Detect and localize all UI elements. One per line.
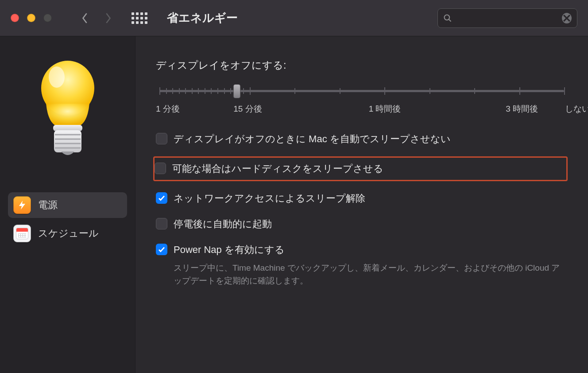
options-list: ディスプレイがオフのときに Mac を自動でスリープさせない可能な場合はハードデ… — [156, 131, 568, 289]
forward-button[interactable] — [101, 11, 116, 26]
minimize-window-button[interactable] — [27, 14, 35, 22]
close-window-button[interactable] — [11, 14, 19, 22]
calendar-icon — [13, 225, 31, 242]
show-all-button[interactable] — [132, 12, 147, 24]
display-off-title: ディスプレイをオフにする: — [156, 58, 568, 72]
svg-point-0 — [445, 15, 450, 20]
slider-thumb[interactable] — [233, 84, 241, 98]
svg-rect-6 — [53, 125, 82, 131]
traffic-lights — [11, 14, 52, 22]
clear-search-button[interactable] — [562, 13, 572, 23]
option-row: ネットワークアクセスによるスリープ解除 — [156, 190, 568, 207]
option-row: Power Nap を有効にするスリープ中に、Time Machine でバック… — [156, 241, 568, 289]
option-label: 停電後に自動的に起動 — [174, 218, 272, 231]
zoom-window-button[interactable] — [43, 14, 52, 22]
option-label: ディスプレイがオフのときに Mac を自動でスリープさせない — [174, 132, 451, 146]
checkbox[interactable] — [156, 218, 167, 229]
checkbox[interactable] — [156, 192, 167, 204]
checkbox[interactable] — [155, 163, 166, 174]
slider-tick-label: 15 分後 — [233, 103, 262, 115]
option-label: Power Nap を有効にする — [174, 243, 568, 256]
preferences-window: 省エネルギー — [0, 0, 588, 373]
option-description: スリープ中に、Time Machine でバックアップし、新着メール、カレンダー… — [174, 262, 568, 287]
slider-tick-label: しない — [565, 103, 588, 115]
search-icon — [443, 13, 452, 23]
checkbox[interactable] — [156, 244, 167, 255]
option-label: ネットワークアクセスによるスリープ解除 — [174, 192, 365, 205]
bolt-icon — [13, 196, 31, 214]
sidebar-item-label: 電源 — [38, 198, 58, 212]
body: 電源 スケジュール ディスプレイをオフにする: 1 分後15 分後1 時間後3 … — [0, 36, 588, 373]
svg-point-5 — [49, 66, 65, 88]
option-row: ディスプレイがオフのときに Mac を自動でスリープさせない — [156, 131, 568, 148]
slider-tick-label: 1 分後 — [156, 103, 180, 115]
search-field[interactable] — [437, 8, 577, 28]
sidebar-item-schedule[interactable]: スケジュール — [8, 221, 127, 246]
svg-rect-7 — [54, 130, 81, 152]
search-input[interactable] — [456, 13, 558, 23]
pane-title: 省エネルギー — [167, 10, 238, 26]
svg-line-1 — [449, 19, 451, 21]
option-row: 可能な場合はハードディスクをスリープさせる — [153, 156, 568, 181]
sidebar: 電源 スケジュール — [0, 36, 135, 373]
main-content: ディスプレイをオフにする: 1 分後15 分後1 時間後3 時間後しない ディス… — [135, 36, 588, 373]
back-button[interactable] — [77, 11, 93, 26]
checkbox[interactable] — [156, 133, 167, 144]
energy-saver-icon — [0, 36, 135, 179]
sidebar-item-label: スケジュール — [38, 227, 99, 240]
sidebar-list: 電源 スケジュール — [0, 179, 135, 260]
grid-icon — [132, 12, 147, 24]
sidebar-item-power[interactable]: 電源 — [8, 192, 127, 218]
close-icon — [562, 13, 572, 23]
slider-tick-label: 3 時間後 — [506, 103, 538, 115]
option-row: 停電後に自動的に起動 — [156, 216, 568, 233]
display-sleep-slider[interactable]: 1 分後15 分後1 時間後3 時間後しない — [156, 83, 568, 115]
option-label: 可能な場合はハードディスクをスリープさせる — [172, 162, 383, 175]
slider-tick-label: 1 時間後 — [369, 103, 401, 115]
titlebar: 省エネルギー — [0, 0, 588, 36]
